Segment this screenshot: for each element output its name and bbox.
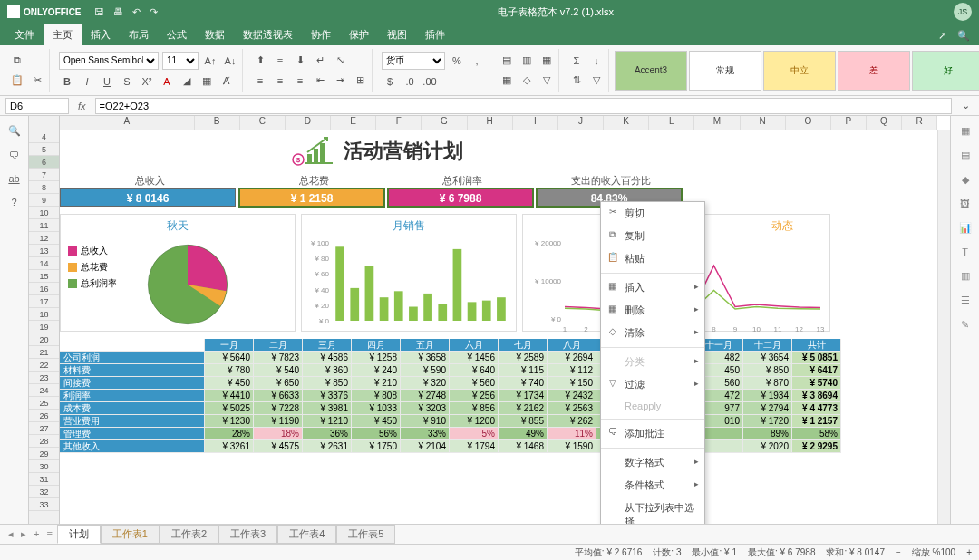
align-right-icon[interactable]: ≡ xyxy=(292,72,308,89)
sheet-tab-工作表2[interactable]: 工作表2 xyxy=(160,525,218,544)
sort-icon[interactable]: ⇅ xyxy=(568,72,585,89)
vertical-scrollbar[interactable] xyxy=(937,130,950,524)
sheet-first-icon[interactable]: ◂ xyxy=(5,528,16,540)
font-name-select[interactable]: Open Sans Semibold xyxy=(59,52,159,70)
cell-style-差[interactable]: 差 xyxy=(838,51,910,91)
bold-button[interactable]: B xyxy=(59,73,75,90)
sheet-list-icon[interactable]: ≡ xyxy=(44,528,54,540)
decrease-font-icon[interactable]: A↓ xyxy=(222,53,238,69)
sheet-tab-工作表1[interactable]: 工作表1 xyxy=(101,525,160,544)
format-table-icon[interactable]: ▦ xyxy=(499,72,515,89)
menu-tab-主页[interactable]: 主页 xyxy=(44,24,82,45)
comments-panel-icon[interactable]: 🗨 xyxy=(9,150,19,160)
image-settings-icon[interactable]: 🖼 xyxy=(960,198,970,209)
menu-tab-协作[interactable]: 协作 xyxy=(302,24,340,45)
menu-tab-插入[interactable]: 插入 xyxy=(82,24,120,45)
cell-style-中立[interactable]: 中立 xyxy=(763,51,836,91)
sum-icon[interactable]: Σ xyxy=(568,53,585,69)
cell-style-好[interactable]: 好 xyxy=(912,51,979,91)
clear-icon[interactable]: ◇ xyxy=(519,72,535,89)
align-bottom-icon[interactable]: ⬇ xyxy=(292,53,308,69)
fill-color-icon[interactable]: ◢ xyxy=(179,73,195,90)
cond-format-icon[interactable]: ▦ xyxy=(538,53,555,69)
ctx-条件格式[interactable]: 条件格式▸ xyxy=(601,474,704,497)
clear-format-icon[interactable]: A̸ xyxy=(218,73,235,90)
fill-down-icon[interactable]: ↓ xyxy=(588,53,605,69)
ctx-剪切[interactable]: ✂剪切 xyxy=(601,202,704,225)
ctx-插入[interactable]: ▦插入▸ xyxy=(601,276,704,299)
select-all-corner[interactable] xyxy=(29,116,60,130)
menu-tab-保护[interactable]: 保护 xyxy=(340,24,378,45)
sheet-tab-计划[interactable]: 计划 xyxy=(57,525,101,544)
dec-dec-icon[interactable]: .00 xyxy=(422,73,438,90)
column-headers[interactable]: ABCDEFGHIJKLMNOPQR xyxy=(60,116,937,130)
insert-cells-icon[interactable]: ▤ xyxy=(499,53,515,69)
file-menu[interactable]: 文件 xyxy=(5,24,44,45)
wrap-icon[interactable]: ↵ xyxy=(312,53,328,69)
pie-chart[interactable]: 秋天 总收入总花费总利润率 xyxy=(60,214,296,332)
orientation-icon[interactable]: ⤡ xyxy=(332,53,348,69)
name-box[interactable]: D6 xyxy=(5,98,69,114)
accounting-icon[interactable]: , xyxy=(469,53,485,69)
context-menu[interactable]: ✂剪切⧉复制📋粘贴▦插入▸▦删除▸◇清除▸分类▸▽过滤▸Reapply🗨添加批注… xyxy=(600,201,705,524)
indent-inc-icon[interactable]: ⇥ xyxy=(332,72,348,89)
merge-icon[interactable]: ⊞ xyxy=(352,72,368,89)
cell-settings-icon[interactable]: ▦ xyxy=(961,125,970,137)
cell-style-常规[interactable]: 常规 xyxy=(689,51,761,91)
redo-icon[interactable]: ↷ xyxy=(150,6,158,18)
currency-icon[interactable]: $ xyxy=(382,73,398,90)
zoom-out-icon[interactable]: − xyxy=(896,547,901,557)
user-avatar[interactable]: JS xyxy=(954,3,972,21)
sheet-prev-icon[interactable]: ▸ xyxy=(18,528,29,540)
formula-input[interactable]: =O22+O23 xyxy=(95,98,952,114)
menu-tab-数据[interactable]: 数据 xyxy=(196,24,234,45)
row-headers[interactable]: 4567891011121314151617181920212223242526… xyxy=(29,130,60,524)
fx-icon[interactable]: fx xyxy=(74,101,90,111)
ctx-添加批注[interactable]: 🗨添加批注 xyxy=(601,422,704,445)
pivot-settings-icon[interactable]: ▥ xyxy=(961,270,970,282)
zoom-level[interactable]: 缩放 %100 xyxy=(912,546,955,559)
paste-icon[interactable]: 📋 xyxy=(9,72,25,89)
shape-settings-icon[interactable]: ◆ xyxy=(962,174,969,186)
spellcheck-panel-icon[interactable]: ab xyxy=(8,173,19,184)
undo-icon[interactable]: ↶ xyxy=(132,6,141,18)
ctx-从下拉列表中选择[interactable]: 从下拉列表中选择 xyxy=(601,497,704,524)
filter-icon[interactable]: ▽ xyxy=(588,72,605,89)
font-color-icon[interactable]: A xyxy=(159,73,175,90)
bar-chart[interactable]: 月销售 ¥ 0¥ 20¥ 40¥ 60¥ 80¥ 100 xyxy=(301,214,517,332)
ctx-粘贴[interactable]: 📋粘贴 xyxy=(601,247,704,270)
ctx-清除[interactable]: ◇清除▸ xyxy=(601,322,704,344)
table-settings-icon[interactable]: ▤ xyxy=(961,150,970,161)
text-settings-icon[interactable]: T xyxy=(962,246,968,257)
strike-button[interactable]: S xyxy=(119,73,135,90)
formula-expand-icon[interactable]: ⌄ xyxy=(957,98,974,114)
align-middle-icon[interactable]: ≡ xyxy=(272,53,288,69)
cell-style-Accent3[interactable]: Accent3 xyxy=(615,51,687,91)
search-icon[interactable]: 🔍 xyxy=(957,30,970,42)
ctx-数字格式[interactable]: 数字格式▸ xyxy=(601,451,704,474)
ctx-复制[interactable]: ⧉复制 xyxy=(601,225,704,247)
chart-settings-icon[interactable]: 📊 xyxy=(959,222,972,234)
border-icon[interactable]: ▦ xyxy=(199,73,215,90)
feedback-panel-icon[interactable]: ? xyxy=(11,197,16,208)
zoom-in-icon[interactable]: + xyxy=(966,547,972,557)
copy-icon[interactable]: ⧉ xyxy=(9,53,25,69)
indent-dec-icon[interactable]: ⇤ xyxy=(312,72,328,89)
open-location-icon[interactable]: ↗ xyxy=(938,30,946,42)
align-center-icon[interactable]: ≡ xyxy=(272,72,288,89)
italic-button[interactable]: I xyxy=(79,73,95,90)
sheet-tab-工作表5[interactable]: 工作表5 xyxy=(336,525,395,544)
underline-button[interactable]: U xyxy=(99,73,115,90)
menu-tab-公式[interactable]: 公式 xyxy=(158,24,196,45)
increase-font-icon[interactable]: A↑ xyxy=(202,53,218,69)
sheet-tab-工作表3[interactable]: 工作表3 xyxy=(218,525,277,544)
super-sub-icon[interactable]: X² xyxy=(139,73,155,90)
menu-tab-布局[interactable]: 布局 xyxy=(120,24,158,45)
delete-cells-icon[interactable]: ▥ xyxy=(519,53,535,69)
cell-grid[interactable]: $ 活动营销计划 总收入总花费总利润率支出的收入百分比 ¥ 8 0146¥ 1 … xyxy=(60,130,937,524)
search-panel-icon[interactable]: 🔍 xyxy=(8,125,21,137)
ctx-删除[interactable]: ▦删除▸ xyxy=(601,299,704,322)
menu-tab-插件[interactable]: 插件 xyxy=(416,24,454,45)
ctx-过滤[interactable]: ▽过滤▸ xyxy=(601,373,704,396)
align-top-icon[interactable]: ⬆ xyxy=(252,53,268,69)
